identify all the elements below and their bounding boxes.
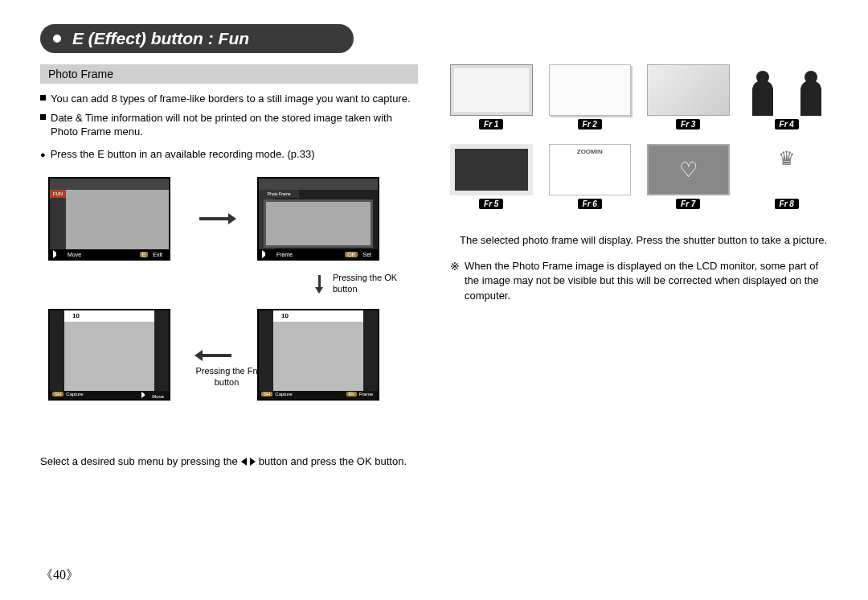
bullet-item: Date & Time information will not be prin… bbox=[40, 111, 418, 139]
frame-thumb-1 bbox=[450, 64, 533, 116]
capture-label-2: Capture bbox=[63, 391, 85, 397]
square-bullet-icon bbox=[40, 95, 46, 101]
right-note: When the Photo Frame image is displayed … bbox=[465, 259, 828, 303]
page-title: E (Effect) button : Fun bbox=[72, 29, 249, 48]
frame-thumb-8: ♛ bbox=[746, 144, 829, 195]
frame-thumb-7: ♡ bbox=[647, 144, 730, 195]
frame-cell-7: ♡ Fr 7 bbox=[647, 144, 730, 209]
lcd-screen-capture-fn: 10 SHCapture FnFrame bbox=[257, 309, 379, 401]
right-text-1: The selected photo frame will display. P… bbox=[450, 233, 828, 248]
frame-thumb-4 bbox=[746, 64, 829, 116]
frame-cell-8: ♛ Fr 8 bbox=[746, 144, 829, 209]
sh-key-label: SH bbox=[261, 392, 272, 397]
frame-cell-2: Fr 2 bbox=[549, 64, 632, 129]
move-label: Move bbox=[64, 250, 84, 259]
frame-cell-6: ZOOMIN Fr 6 bbox=[549, 144, 632, 209]
frame-thumb-6: ZOOMIN bbox=[549, 144, 632, 195]
square-bullet-icon bbox=[40, 114, 46, 120]
move-label-2: Move bbox=[149, 393, 166, 400]
arrow-right-icon bbox=[199, 217, 230, 220]
set-label: Set bbox=[359, 250, 375, 259]
arrow-left-icon bbox=[201, 354, 231, 357]
title-dot-icon bbox=[53, 35, 61, 43]
frame-cell-3: Fr 3 bbox=[647, 64, 730, 129]
frame-cell-4: Fr 4 bbox=[746, 64, 829, 129]
left-column: Photo Frame You can add 8 types of frame… bbox=[40, 64, 418, 467]
diagram-area: FUN Move EExit Photo Frame Frame bbox=[40, 177, 418, 442]
title-bar: E (Effect) button : Fun bbox=[40, 24, 828, 53]
lcd-screen-capture-move: 10 SHCapture Move bbox=[48, 309, 170, 401]
circle-bullet-icon: ● bbox=[40, 149, 46, 162]
title-pill: E (Effect) button : Fun bbox=[40, 24, 354, 53]
frame-label-3: Fr 3 bbox=[676, 119, 700, 129]
fn-key-label: Fn bbox=[346, 392, 357, 397]
bullet-list: You can add 8 types of frame-like border… bbox=[40, 92, 418, 139]
bullet-text: You can add 8 types of frame-like border… bbox=[51, 92, 411, 106]
manual-page: E (Effect) button : Fun Photo Frame You … bbox=[0, 0, 868, 600]
heart-icon: ♡ bbox=[679, 158, 698, 183]
frame-label-1: Fr 1 bbox=[479, 119, 503, 129]
caption-fn: Pressing the Fn button bbox=[194, 365, 259, 388]
frame-cell-5: Fr 5 bbox=[450, 144, 533, 209]
crown-icon: ♛ bbox=[778, 147, 796, 170]
bottom-instruction: Select a desired sub menu by pressing th… bbox=[40, 455, 418, 467]
right-column: Fr 1 Fr 2 Fr 3 Fr 4 bbox=[450, 64, 828, 467]
photoframe-label: Photo Frame bbox=[259, 190, 299, 198]
frame-label-7: Fr 7 bbox=[676, 199, 700, 209]
instruction-text: Press the E button in an available recor… bbox=[51, 147, 315, 162]
frame-label-6: Fr 6 bbox=[578, 199, 602, 209]
count-label-2: 10 bbox=[72, 312, 80, 319]
caption-ok: Pressing the OK button bbox=[333, 272, 405, 295]
triangle-left-icon bbox=[241, 458, 247, 466]
page-number: 《40》 bbox=[40, 567, 79, 584]
frame-label: Frame bbox=[273, 250, 296, 259]
fun-label: FUN bbox=[50, 190, 66, 198]
right-body: The selected photo frame will display. P… bbox=[450, 233, 828, 303]
frame-label-4: Fr 4 bbox=[775, 119, 799, 129]
frame-label-8: Fr 8 bbox=[775, 199, 799, 209]
exit-label: Exit bbox=[149, 250, 166, 259]
e-key-label: E bbox=[140, 252, 149, 257]
frame-thumb-2 bbox=[549, 64, 632, 116]
arrow-down-icon bbox=[318, 275, 321, 288]
reference-mark-icon: ※ bbox=[450, 259, 460, 303]
triangle-right-icon bbox=[250, 458, 256, 466]
instruction-item: ● Press the E button in an available rec… bbox=[40, 147, 418, 162]
lcd-screen-fun-menu: FUN Move EExit bbox=[48, 177, 170, 261]
capture-label: Capture bbox=[272, 391, 294, 397]
frame-cell-1: Fr 1 bbox=[450, 64, 533, 129]
zoomin-text: ZOOMIN bbox=[577, 148, 603, 155]
ok-key-label: OK bbox=[345, 252, 358, 257]
frame-thumb-3 bbox=[647, 64, 730, 116]
note-item: ※ When the Photo Frame image is displaye… bbox=[450, 259, 828, 303]
instr-post: button and press the OK button. bbox=[259, 455, 407, 467]
bullet-text: Date & Time information will not be prin… bbox=[51, 111, 418, 139]
bullet-item: You can add 8 types of frame-like border… bbox=[40, 92, 418, 106]
lcd-screen-photoframe-menu: Photo Frame Frame OKSet bbox=[257, 177, 379, 261]
frame-label-2: Fr 2 bbox=[578, 119, 602, 129]
frame-thumb-5 bbox=[450, 144, 533, 195]
count-label: 10 bbox=[281, 312, 289, 319]
frame-label-5: Fr 5 bbox=[479, 199, 503, 209]
instr-pre: Select a desired sub menu by pressing th… bbox=[40, 455, 238, 467]
frames-grid: Fr 1 Fr 2 Fr 3 Fr 4 bbox=[450, 64, 828, 209]
section-header: Photo Frame bbox=[40, 64, 418, 84]
sh-key-label-2: SH bbox=[52, 392, 63, 397]
frame-label-2: Frame bbox=[357, 391, 375, 397]
